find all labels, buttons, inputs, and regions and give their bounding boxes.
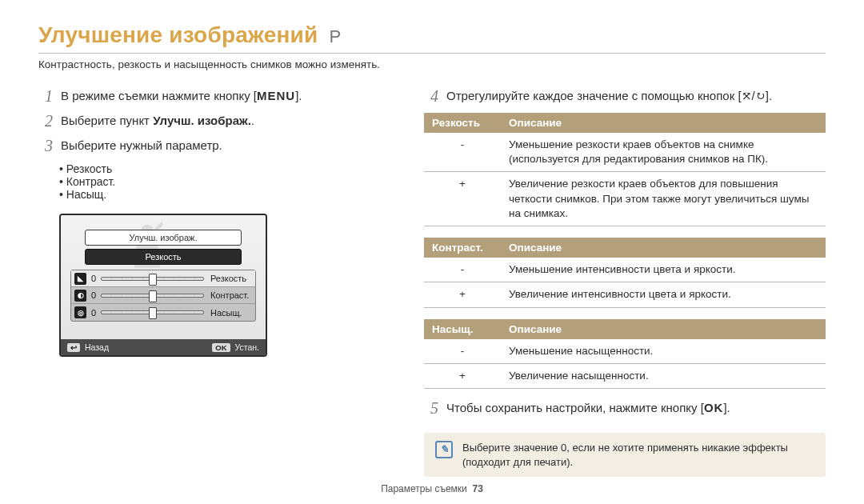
info-icon: ✎ — [435, 441, 453, 458]
step-1-text: В режиме съемки нажмите кнопку [MENU]. — [61, 88, 395, 105]
step-2-bold: Улучш. изображ. — [153, 114, 251, 127]
slider-row-contrast[interactable]: ◐ 0 Контраст. — [71, 287, 255, 304]
table-row: -Уменьшение интенсивности цвета и яркост… — [424, 258, 826, 282]
th: Резкость — [424, 113, 501, 133]
divider — [38, 53, 826, 54]
table-row: +Увеличение насыщенности. — [424, 363, 826, 388]
sliders: ◣ 0 Резкость ◐ 0 Контраст. ◎ 0 — [70, 270, 256, 322]
sharpness-icon: ◣ — [74, 273, 86, 285]
ok-key-icon[interactable]: OK — [212, 343, 230, 352]
slider-value: 0 — [90, 308, 98, 318]
th: Описание — [501, 113, 826, 133]
step-number: 3 — [38, 138, 53, 154]
bullet-item: Контраст. — [59, 175, 395, 188]
step-5-pre: Чтобы сохранить настройки, нажмите кнопк… — [446, 401, 704, 414]
page-subtitle: Контрастность, резкость и насыщенность с… — [38, 58, 826, 70]
active-param: Резкость — [85, 249, 242, 265]
saturation-icon: ◎ — [74, 306, 86, 318]
th: Контраст. — [424, 238, 501, 258]
step-1-pre: В режиме съемки нажмите кнопку [ — [61, 89, 257, 102]
note-box: ✎ Выберите значение 0, если не хотите пр… — [424, 433, 826, 477]
step-number: 4 — [424, 88, 438, 105]
contrast-icon: ◐ — [74, 290, 86, 302]
table-row: -Уменьшение резкости краев объектов на с… — [424, 133, 826, 172]
step-2-pre: Выберите пункт — [61, 114, 153, 127]
slider-bar[interactable] — [101, 277, 204, 281]
slider-bar[interactable] — [101, 294, 204, 298]
table-row: -Уменьшение насыщенности. — [424, 339, 826, 364]
slider-label: Контраст. — [207, 290, 252, 300]
slider-label: Резкость — [207, 274, 252, 283]
bullet-item: Насыщ. — [59, 188, 395, 201]
mode-badge: P — [329, 26, 341, 47]
step-3-bullets: Резкость Контраст. Насыщ. — [59, 162, 395, 201]
set-label: Устан. — [235, 342, 259, 352]
ok-icon: OK — [704, 400, 724, 416]
menu-icon: MENU — [257, 88, 295, 104]
step-4-text: Отрегулируйте каждое значение с помощью … — [446, 88, 826, 105]
table-sharpness: РезкостьОписание -Уменьшение резкости кр… — [424, 113, 826, 226]
step-2-post: . — [251, 114, 254, 127]
slider-bar[interactable] — [101, 310, 204, 314]
slider-row-saturation[interactable]: ◎ 0 Насыщ. — [71, 304, 255, 321]
th: Насыщ. — [424, 319, 501, 339]
table-contrast: Контраст.Описание -Уменьшение интенсивно… — [424, 238, 826, 307]
back-label: Назад — [85, 342, 109, 352]
step-5-post: ]. — [723, 401, 730, 414]
step-2-text: Выберите пункт Улучш. изображ.. — [61, 113, 395, 130]
step-1-post: ]. — [295, 89, 302, 102]
note-text: Выберите значение 0, если не хотите прим… — [462, 441, 814, 469]
slider-label: Насыщ. — [207, 308, 252, 318]
camera-screen: Улучш. изображ. Резкость ◣ 0 Резкость ◐ … — [59, 214, 267, 357]
step-5-text: Чтобы сохранить настройки, нажмите кнопк… — [446, 400, 826, 417]
step-number: 1 — [38, 88, 53, 105]
slider-value: 0 — [90, 290, 98, 300]
page-title: Улучшение изображений — [38, 22, 318, 48]
table-row: +Увеличение интенсивности цвета и яркост… — [424, 282, 826, 307]
th: Описание — [501, 319, 826, 339]
slider-value: 0 — [90, 274, 98, 283]
th: Описание — [501, 238, 826, 258]
menu-title: Улучш. изображ. — [85, 230, 242, 246]
slider-row-sharpness[interactable]: ◣ 0 Резкость — [71, 270, 255, 287]
step-3-text: Выберите нужный параметр. — [61, 138, 395, 154]
bullet-item: Резкость — [59, 162, 395, 175]
table-row: +Увеличение резкости краев объектов для … — [424, 172, 826, 226]
step-number: 2 — [38, 113, 53, 130]
table-saturation: Насыщ.Описание -Уменьшение насыщенности.… — [424, 319, 826, 389]
page-number: 73 — [473, 483, 483, 494]
page-footer: Параметры съемки 73 — [0, 483, 864, 494]
step-number: 5 — [424, 400, 438, 417]
back-key-icon[interactable]: ↩ — [67, 343, 80, 352]
footer-section: Параметры съемки — [381, 483, 467, 494]
